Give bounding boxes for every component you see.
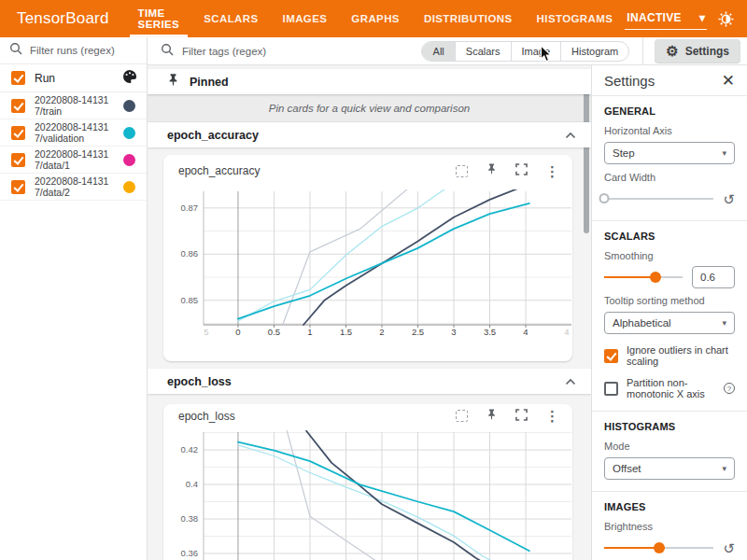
run-name: 20220808-141317/train <box>35 94 117 117</box>
app-header: TensorBoard TIME SERIES SCALARS IMAGES G… <box>0 0 747 37</box>
plugin-tab[interactable]: SCALARS <box>191 0 270 37</box>
section-body: epoch_accuracy ⋮ 0.850 <box>148 147 591 369</box>
run-row[interactable]: 20220808-141317/data/2 <box>0 174 147 201</box>
svg-text:0: 0 <box>235 327 240 337</box>
chevron-up-icon[interactable] <box>565 132 576 139</box>
run-checkbox[interactable] <box>11 99 25 113</box>
more-options-icon[interactable]: ⋮ <box>545 409 559 423</box>
scalar-chart-epoch-accuracy[interactable]: 0.850.860.8700.511.522.533.5454 <box>163 187 572 345</box>
tag-filter-input[interactable] <box>182 46 369 57</box>
cards-scroll-area: Pinned Pin cards for a quick view and co… <box>148 65 591 560</box>
svg-text:0.42: 0.42 <box>181 444 199 455</box>
plugin-tab[interactable]: IMAGES <box>271 0 340 37</box>
palette-icon[interactable] <box>122 69 137 88</box>
svg-text:2: 2 <box>379 327 384 337</box>
run-name: 20220808-141317/data/2 <box>35 175 117 198</box>
runs-list: 20220808-141317/train 20220808-141317/va… <box>0 92 147 201</box>
pinned-empty-strip: Pin cards for a quick view and compariso… <box>148 94 591 122</box>
run-filter-input[interactable] <box>30 45 140 56</box>
run-checkbox[interactable] <box>11 180 25 194</box>
card-title: epoch_loss <box>178 410 235 423</box>
run-name: 20220808-141317/validation <box>35 121 117 144</box>
chevron-up-icon[interactable] <box>565 378 576 385</box>
run-row[interactable]: 20220808-141317/validation <box>0 119 147 147</box>
tag-type-filter-button[interactable]: All <box>422 42 455 61</box>
tag-type-filter-button[interactable]: Scalars <box>455 42 511 61</box>
svg-text:4: 4 <box>523 327 528 337</box>
svg-text:3: 3 <box>451 327 456 337</box>
reload-status-dropdown[interactable]: INACTIVE ▾ <box>625 8 707 30</box>
vertical-scrollbar[interactable] <box>584 73 589 233</box>
tensorboard-app: TensorBoard TIME SERIES SCALARS IMAGES G… <box>0 0 747 560</box>
settings-group-histograms: HISTOGRAMS Mode Offset ▾ <box>592 412 747 492</box>
runs-table-header: Run <box>0 64 147 92</box>
svg-text:3.5: 3.5 <box>484 327 496 337</box>
dark-mode-toggle-icon[interactable] <box>715 8 736 29</box>
tag-type-filter-button[interactable]: Histogram <box>560 42 628 61</box>
svg-text:0.87: 0.87 <box>181 203 199 213</box>
more-options-icon[interactable]: ⋮ <box>545 164 559 178</box>
section-header-epoch-loss[interactable]: epoch_loss <box>148 369 591 394</box>
close-icon[interactable]: ✕ <box>722 73 735 89</box>
svg-text:0.5: 0.5 <box>268 327 280 337</box>
pinned-empty-message: Pin cards for a quick view and compariso… <box>269 103 470 114</box>
card-width-slider[interactable] <box>604 192 713 205</box>
chevron-down-icon: ▾ <box>699 11 705 24</box>
card-title: epoch_accuracy <box>178 164 260 177</box>
gear-icon: ⚙ <box>666 44 678 58</box>
reset-icon[interactable]: ↺ <box>723 192 735 206</box>
run-color-swatch[interactable] <box>123 154 135 166</box>
header-actions: INACTIVE ▾ ⚙ ? <box>625 8 747 30</box>
tag-type-filter-button[interactable]: Image <box>511 42 561 61</box>
smoothing-value-input[interactable]: 0.6 <box>692 266 735 288</box>
svg-text:1.5: 1.5 <box>340 327 352 337</box>
smoothing-slider[interactable] <box>604 271 683 284</box>
chevron-down-icon: ▾ <box>722 318 726 328</box>
tooltip-sorting-select[interactable]: Alphabetical ▾ <box>604 312 735 334</box>
partition-x-axis-checkbox[interactable] <box>604 382 618 396</box>
run-color-swatch[interactable] <box>123 127 135 139</box>
run-row[interactable]: 20220808-141317/data/1 <box>0 147 147 174</box>
ignore-outliers-checkbox[interactable] <box>604 349 618 363</box>
app-logo: TensorBoard <box>0 9 126 28</box>
toolbar-divider <box>642 37 643 65</box>
plugin-tabs: TIME SERIES SCALARS IMAGES GRAPHS DISTRI… <box>126 0 626 37</box>
plugin-tab[interactable]: HISTOGRAMS <box>525 0 626 37</box>
tag-type-filter-group: All Scalars Image Histogram <box>421 41 630 62</box>
tag-filter <box>148 43 421 60</box>
histogram-mode-select[interactable]: Offset ▾ <box>604 457 735 480</box>
pinned-title: Pinned <box>190 76 229 89</box>
chevron-down-icon: ▾ <box>722 148 726 158</box>
section-header-epoch-accuracy[interactable]: epoch_accuracy <box>148 122 591 147</box>
svg-text:0.36: 0.36 <box>181 548 199 558</box>
card-actions: ⋮ <box>456 162 559 179</box>
settings-group-scalars: SCALARS Smoothing 0.6 Tooltip sorting me… <box>592 221 747 412</box>
help-icon[interactable]: ? <box>724 383 735 394</box>
plugin-tab[interactable]: GRAPHS <box>339 0 412 37</box>
scalar-chart-epoch-loss[interactable]: 0.360.380.40.42 <box>163 427 572 560</box>
fullscreen-icon[interactable] <box>515 162 528 179</box>
settings-panel-title: Settings <box>604 73 655 89</box>
fullscreen-icon[interactable] <box>515 408 528 425</box>
brightness-slider[interactable] <box>604 541 713 554</box>
search-icon <box>161 43 174 60</box>
run-row[interactable]: 20220808-141317/train <box>0 92 147 119</box>
pin-card-icon[interactable] <box>486 408 498 425</box>
card-actions: ⋮ <box>456 408 559 425</box>
run-checkbox[interactable] <box>11 153 25 167</box>
settings-button[interactable]: ⚙ Settings <box>655 39 740 63</box>
run-color-swatch[interactable] <box>123 181 135 193</box>
select-all-runs-checkbox[interactable] <box>11 71 25 85</box>
section-body: epoch_loss ⋮ 0.360.380 <box>148 394 591 560</box>
svg-text:5: 5 <box>204 327 208 337</box>
fit-domain-icon[interactable] <box>456 165 468 177</box>
run-color-swatch[interactable] <box>123 100 135 112</box>
chevron-down-icon: ▾ <box>722 464 726 473</box>
plugin-tab[interactable]: DISTRIBUTIONS <box>412 0 525 37</box>
fit-domain-icon[interactable] <box>456 410 468 422</box>
pin-card-icon[interactable] <box>486 162 498 179</box>
run-checkbox[interactable] <box>11 126 25 140</box>
reset-icon[interactable]: ↺ <box>723 541 735 555</box>
plugin-tab[interactable]: TIME SERIES <box>126 0 192 37</box>
horizontal-axis-select[interactable]: Step ▾ <box>604 142 735 164</box>
